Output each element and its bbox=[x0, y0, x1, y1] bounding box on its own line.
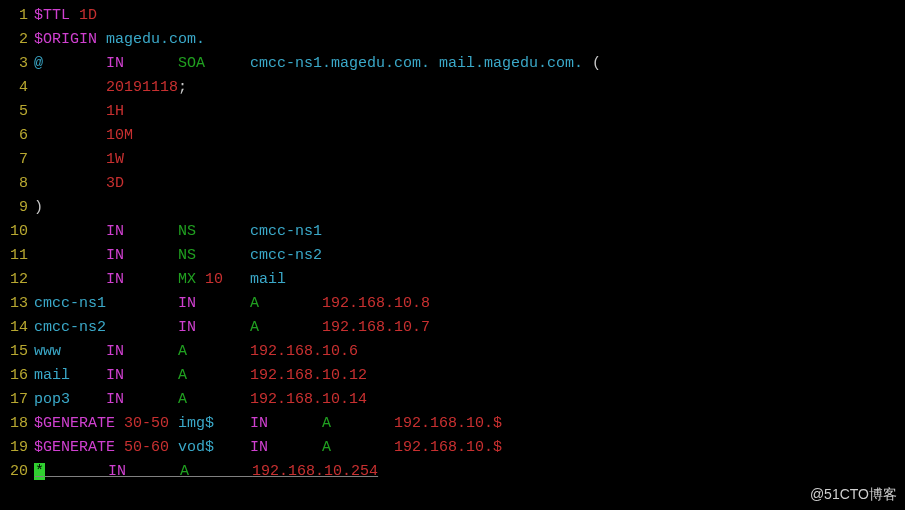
line-content[interactable]: $GENERATE 50-60 vod$ IN A 192.168.10.$ bbox=[34, 436, 905, 460]
line-content[interactable]: @ IN SOA cmcc-ns1.magedu.com. mail.maged… bbox=[34, 52, 905, 76]
line-content[interactable]: $ORIGIN magedu.com. bbox=[34, 28, 905, 52]
code-token: IN bbox=[178, 319, 250, 336]
text-editor[interactable]: 1$TTL 1D2$ORIGIN magedu.com.3@ IN SOA cm… bbox=[0, 0, 905, 488]
code-line[interactable]: 5 1H bbox=[0, 100, 905, 124]
code-token bbox=[34, 271, 106, 288]
line-number: 18 bbox=[0, 412, 34, 436]
code-line[interactable]: 8 3D bbox=[0, 172, 905, 196]
code-token: IN bbox=[106, 343, 178, 360]
line-content[interactable]: ) bbox=[34, 196, 905, 220]
code-token: IN bbox=[106, 367, 178, 384]
code-token bbox=[34, 103, 106, 120]
code-token bbox=[34, 127, 106, 144]
line-number: 13 bbox=[0, 292, 34, 316]
line-number: 2 bbox=[0, 28, 34, 52]
line-content[interactable]: cmcc-ns1 IN A 192.168.10.8 bbox=[34, 292, 905, 316]
line-number: 16 bbox=[0, 364, 34, 388]
code-line[interactable]: 12 IN MX 10 mail bbox=[0, 268, 905, 292]
code-token: 1W bbox=[106, 151, 124, 168]
code-line[interactable]: 19$GENERATE 50-60 vod$ IN A 192.168.10.$ bbox=[0, 436, 905, 460]
line-content[interactable]: 10M bbox=[34, 124, 905, 148]
line-content[interactable]: $TTL 1D bbox=[34, 4, 905, 28]
code-line[interactable]: 17pop3 IN A 192.168.10.14 bbox=[0, 388, 905, 412]
line-content[interactable]: IN NS cmcc-ns1 bbox=[34, 220, 905, 244]
code-token: img$ bbox=[178, 415, 250, 432]
code-token bbox=[34, 223, 106, 240]
code-line[interactable]: 9) bbox=[0, 196, 905, 220]
line-content[interactable]: pop3 IN A 192.168.10.14 bbox=[34, 388, 905, 412]
code-token: IN bbox=[178, 295, 250, 312]
code-token: 30-50 bbox=[124, 415, 178, 432]
line-content[interactable]: 1H bbox=[34, 100, 905, 124]
code-token: NS bbox=[178, 223, 250, 240]
line-content[interactable]: 3D bbox=[34, 172, 905, 196]
line-content[interactable]: IN NS cmcc-ns2 bbox=[34, 244, 905, 268]
code-token: 1D bbox=[79, 7, 97, 24]
code-line[interactable]: 11 IN NS cmcc-ns2 bbox=[0, 244, 905, 268]
code-token: mail bbox=[34, 367, 106, 384]
line-content[interactable]: $GENERATE 30-50 img$ IN A 192.168.10.$ bbox=[34, 412, 905, 436]
line-number: 9 bbox=[0, 196, 34, 220]
code-token: MX bbox=[178, 271, 205, 288]
code-line[interactable]: 14cmcc-ns2 IN A 192.168.10.7 bbox=[0, 316, 905, 340]
code-token: SOA bbox=[178, 55, 250, 72]
line-number: 14 bbox=[0, 316, 34, 340]
code-line[interactable]: 13cmcc-ns1 IN A 192.168.10.8 bbox=[0, 292, 905, 316]
code-token: A bbox=[180, 463, 252, 480]
line-number: 1 bbox=[0, 4, 34, 28]
code-token: www bbox=[34, 343, 106, 360]
code-token: 192.168.10.$ bbox=[394, 439, 502, 456]
code-token: cmcc-ns1 bbox=[34, 295, 178, 312]
code-token: IN bbox=[106, 55, 178, 72]
line-content[interactable]: 1W bbox=[34, 148, 905, 172]
code-token: A bbox=[250, 319, 322, 336]
code-line[interactable]: 2$ORIGIN magedu.com. bbox=[0, 28, 905, 52]
code-line[interactable]: 7 1W bbox=[0, 148, 905, 172]
line-content[interactable]: IN MX 10 mail bbox=[34, 268, 905, 292]
line-content[interactable]: mail IN A 192.168.10.12 bbox=[34, 364, 905, 388]
code-token: * bbox=[34, 463, 45, 480]
line-number: 20 bbox=[0, 460, 34, 484]
code-line[interactable]: 4 20191118; bbox=[0, 76, 905, 100]
code-token: IN bbox=[106, 271, 178, 288]
line-content[interactable]: 20191118; bbox=[34, 76, 905, 100]
code-line[interactable]: 10 IN NS cmcc-ns1 bbox=[0, 220, 905, 244]
code-token: $GENERATE bbox=[34, 439, 124, 456]
code-token: magedu.com. bbox=[106, 31, 205, 48]
line-number: 6 bbox=[0, 124, 34, 148]
code-token: IN bbox=[106, 391, 178, 408]
line-content[interactable]: cmcc-ns2 IN A 192.168.10.7 bbox=[34, 316, 905, 340]
line-number: 7 bbox=[0, 148, 34, 172]
code-token: 3D bbox=[106, 175, 124, 192]
code-token: A bbox=[250, 295, 322, 312]
code-token: IN bbox=[250, 439, 322, 456]
code-token: IN bbox=[106, 223, 178, 240]
line-number: 12 bbox=[0, 268, 34, 292]
code-token: $ORIGIN bbox=[34, 31, 106, 48]
line-number: 10 bbox=[0, 220, 34, 244]
code-line[interactable]: 6 10M bbox=[0, 124, 905, 148]
line-content[interactable]: www IN A 192.168.10.6 bbox=[34, 340, 905, 364]
line-number: 5 bbox=[0, 100, 34, 124]
code-token: NS bbox=[178, 247, 250, 264]
code-line[interactable]: 15www IN A 192.168.10.6 bbox=[0, 340, 905, 364]
code-line[interactable]: 16mail IN A 192.168.10.12 bbox=[0, 364, 905, 388]
code-token bbox=[34, 79, 106, 96]
code-token: 192.168.10.8 bbox=[322, 295, 430, 312]
line-content[interactable]: * IN A 192.168.10.254 bbox=[34, 460, 905, 484]
line-number: 3 bbox=[0, 52, 34, 76]
code-token: pop3 bbox=[34, 391, 106, 408]
code-line[interactable]: 3@ IN SOA cmcc-ns1.magedu.com. mail.mage… bbox=[0, 52, 905, 76]
code-token bbox=[34, 151, 106, 168]
code-token: 1H bbox=[106, 103, 124, 120]
code-line[interactable]: 20* IN A 192.168.10.254 bbox=[0, 460, 905, 484]
code-token: cmcc-ns2 bbox=[250, 247, 322, 264]
code-token: @ bbox=[34, 55, 106, 72]
code-token: 10 bbox=[205, 271, 250, 288]
code-token: 192.168.10.$ bbox=[394, 415, 502, 432]
code-line[interactable]: 18$GENERATE 30-50 img$ IN A 192.168.10.$ bbox=[0, 412, 905, 436]
code-token: $GENERATE bbox=[34, 415, 124, 432]
code-line[interactable]: 1$TTL 1D bbox=[0, 4, 905, 28]
line-number: 19 bbox=[0, 436, 34, 460]
code-token: $TTL bbox=[34, 7, 79, 24]
